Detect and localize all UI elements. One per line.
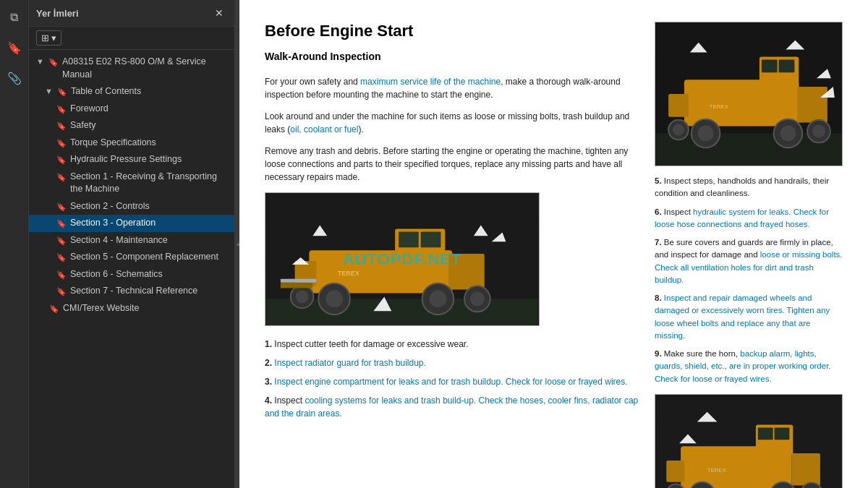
bookmark-icon[interactable]: 🔖	[3, 36, 26, 59]
expand-all-button[interactable]: ⊞ ▾	[36, 30, 61, 46]
right-machine-svg-top: TEREX	[655, 22, 842, 166]
paragraph-1: For your own safety and maximum service …	[265, 75, 640, 101]
page-title: Before Engine Start	[265, 22, 640, 40]
machine-image-inner: TEREX AUTOPDF.NET	[265, 193, 539, 325]
dropdown-arrow-icon: ▾	[51, 33, 56, 43]
sidebar-toolbar: ⊞ ▾	[29, 27, 234, 50]
svg-point-9	[326, 291, 343, 308]
section2-bookmark-icon: 🔖	[56, 202, 67, 213]
right-image-bottom: TEREX	[655, 394, 843, 488]
section4-bookmark-icon: 🔖	[56, 236, 67, 247]
svg-point-39	[673, 124, 684, 136]
torque-label: Torque Specifications	[70, 137, 229, 150]
right-list-item-5: 5. Inspect steps, handholds and handrail…	[655, 175, 843, 200]
icon-bar: ⧉ 🔖 📎	[0, 0, 29, 488]
section5-bookmark-icon: 🔖	[56, 252, 67, 263]
svg-rect-49	[758, 427, 773, 440]
right-list-item-7: 7. Be sure covers and guards are firmly …	[655, 236, 843, 286]
root-expand-icon: ▼	[36, 56, 45, 67]
sidebar-item-section4[interactable]: 🔖 Section 4 - Maintenance	[29, 232, 234, 249]
safety-label: Safety	[70, 119, 229, 132]
sidebar-tree: ▼ 🔖 A08315 E02 RS-800 O/M & Service Manu…	[29, 50, 234, 488]
toc-item-label: Table of Contents	[71, 85, 229, 98]
section3-label: Section 3 - Operation	[70, 217, 229, 230]
svg-rect-17	[281, 279, 316, 283]
svg-rect-52	[666, 461, 684, 482]
sidebar-item-safety[interactable]: 🔖 Safety	[29, 117, 234, 134]
right-list-item-8: 8. Inspect and repair damaged wheels and…	[655, 292, 843, 342]
svg-point-11	[430, 291, 447, 308]
section6-bookmark-icon: 🔖	[56, 270, 67, 281]
svg-point-15	[296, 291, 309, 304]
toc-bookmark-icon: 🔖	[57, 87, 67, 98]
right-list-item-9: 9. Make sure the horn, backup alarm, lig…	[655, 348, 843, 385]
sidebar-close-button[interactable]: ✕	[211, 6, 227, 20]
foreword-label: Foreword	[70, 103, 229, 116]
toc-expand-icon: ▼	[45, 86, 54, 97]
list-item-2: 2. Inspect radiator guard for trash buil…	[265, 356, 640, 369]
expand-icon: ⊞	[41, 33, 49, 43]
sidebar-item-section5[interactable]: 🔖 Section 5 - Component Replacement	[29, 249, 234, 266]
section7-bookmark-icon: 🔖	[56, 286, 67, 297]
section3-bookmark-icon: 🔖	[56, 218, 67, 229]
section1-label: Section 1 - Receiving & Transporting the…	[70, 171, 229, 196]
right-list-item-6: 6. Inspect hydraulic system for leaks. C…	[655, 206, 843, 231]
svg-text:TEREX: TEREX	[707, 467, 727, 474]
paragraph-2: Look around and under the machine for su…	[265, 110, 640, 136]
numbered-list: 1. Inspect cutter teeth for damage or ex…	[265, 338, 640, 420]
hydraulic-label: Hydraulic Pressure Settings	[70, 153, 229, 166]
torque-bookmark-icon: 🔖	[56, 138, 67, 149]
right-image-top: TEREX	[655, 22, 843, 166]
right-machine-svg-bottom: TEREX	[655, 395, 842, 488]
svg-rect-51	[791, 453, 820, 486]
svg-rect-28	[762, 59, 778, 72]
svg-point-33	[698, 126, 714, 142]
pages-icon[interactable]: ⧉	[3, 6, 26, 29]
paperclip-icon[interactable]: 📎	[3, 67, 26, 90]
tree-root-item[interactable]: ▼ 🔖 A08315 E02 RS-800 O/M & Service Manu…	[29, 53, 234, 83]
watermark-text: AUTOPDF.NET	[343, 250, 462, 269]
sidebar-item-section3[interactable]: 🔖 Section 3 - Operation	[29, 215, 234, 232]
sidebar-item-section2[interactable]: 🔖 Section 2 - Controls	[29, 198, 234, 215]
page-content: Before Engine Start Walk-Around Inspecti…	[239, 0, 868, 488]
hydraulic-bookmark-icon: 🔖	[56, 155, 67, 166]
sidebar-header: Yer İmleri ✕	[29, 0, 234, 27]
cmi-bookmark-icon: 🔖	[49, 304, 59, 314]
list-item-4: 4. Inspect cooling systems for leaks and…	[265, 394, 640, 420]
cmi-label: CMI/Terex Website	[63, 302, 229, 315]
foreword-bookmark-icon: 🔖	[56, 104, 67, 115]
section7-label: Section 7 - Technical Reference	[70, 285, 229, 298]
tree-toc-item[interactable]: ▼ 🔖 Table of Contents	[29, 83, 234, 100]
sidebar-item-cmi[interactable]: 🔖 CMI/Terex Website	[29, 300, 234, 317]
section5-label: Section 5 - Component Replacement	[70, 251, 229, 264]
sidebar-item-foreword[interactable]: 🔖 Foreword	[29, 100, 234, 118]
sidebar-item-section7[interactable]: 🔖 Section 7 - Technical Reference	[29, 283, 234, 300]
right-column: TEREX 5. Inspect steps, handholds and ha…	[655, 22, 843, 488]
sidebar-title: Yer İmleri	[36, 8, 79, 19]
main-machine-image: TEREX AUTOPDF.NET	[265, 192, 540, 326]
svg-rect-31	[797, 87, 827, 123]
sidebar-item-section1[interactable]: 🔖 Section 1 - Receiving & Transporting t…	[29, 168, 234, 198]
right-image-top-inner: TEREX	[655, 22, 842, 166]
svg-rect-50	[775, 427, 790, 440]
svg-text:TEREX: TEREX	[338, 270, 359, 277]
sidebar-item-section6[interactable]: 🔖 Section 6 - Schematics	[29, 266, 234, 283]
svg-rect-30	[668, 94, 689, 117]
root-item-label: A08315 E02 RS-800 O/M & Service Manual	[62, 56, 229, 81]
sidebar-item-hydraulic[interactable]: 🔖 Hydraulic Pressure Settings	[29, 151, 234, 168]
section6-label: Section 6 - Schematics	[70, 268, 229, 281]
svg-point-35	[780, 126, 796, 142]
sidebar: Yer İmleri ✕ ⊞ ▾ ▼ 🔖 A08315 E02 RS-800 O…	[29, 0, 235, 488]
section1-bookmark-icon: 🔖	[56, 172, 67, 183]
sidebar-item-torque[interactable]: 🔖 Torque Specifications	[29, 134, 234, 152]
svg-rect-16	[281, 283, 313, 288]
svg-point-13	[470, 292, 485, 307]
right-numbered-list: 5. Inspect steps, handholds and handrail…	[655, 175, 843, 385]
right-image-bottom-inner: TEREX	[655, 395, 842, 488]
list-item-3: 3. Inspect engine compartment for leaks …	[265, 375, 640, 388]
list-item-1: 1. Inspect cutter teeth for damage or ex…	[265, 338, 640, 351]
section4-label: Section 4 - Maintenance	[70, 234, 229, 247]
paragraph-3: Remove any trash and debris. Before star…	[265, 145, 640, 184]
svg-point-37	[812, 125, 825, 138]
svg-rect-29	[779, 59, 795, 72]
